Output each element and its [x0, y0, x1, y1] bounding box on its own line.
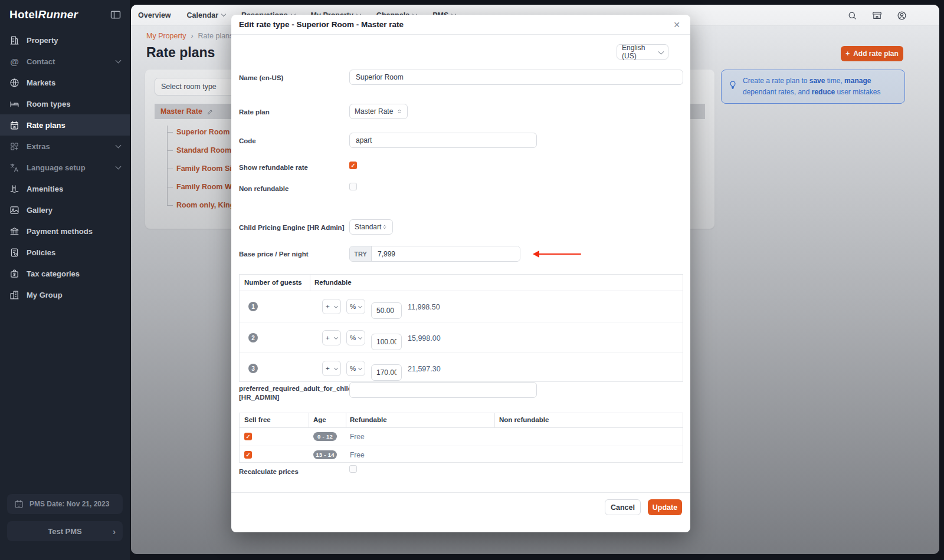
- operator-select[interactable]: +: [322, 299, 341, 314]
- nav-item-overview[interactable]: Overview: [138, 11, 171, 19]
- sidebar-item-amenities[interactable]: Amenities: [0, 178, 130, 199]
- age-badge: 0 - 12: [313, 432, 337, 441]
- rate-value-input[interactable]: [371, 302, 402, 319]
- unit-select[interactable]: %: [346, 330, 365, 345]
- test-pms-button[interactable]: Test PMS ›: [7, 521, 123, 541]
- cancel-button[interactable]: Cancel: [605, 499, 641, 515]
- base-price-input[interactable]: [372, 246, 520, 261]
- group-buildings-icon: [9, 290, 19, 300]
- sell-free-checkbox[interactable]: [244, 433, 252, 440]
- account-icon[interactable]: [897, 11, 907, 21]
- guest-row-3: 3 + % 21,597.30: [240, 353, 683, 383]
- children-pricing-table: Sell free Age Refundable Non refundable …: [239, 413, 683, 463]
- hotelrunner-logo: HotelRunner: [9, 8, 78, 21]
- show-refundable-checkbox[interactable]: [349, 162, 357, 169]
- child-pricing-engine-label: Child Pricing Engine [HR Admin]: [239, 223, 346, 232]
- edit-pencil-icon[interactable]: [206, 108, 214, 116]
- child-row-2: 13 - 14 Free: [240, 446, 683, 463]
- operator-select[interactable]: +: [322, 361, 341, 376]
- nav-item-calendar[interactable]: Calendar: [187, 11, 226, 19]
- base-price-label: Base price / Per night: [239, 250, 346, 259]
- code-label: Code: [239, 137, 346, 146]
- guest-count-badge: 1: [248, 302, 258, 311]
- refundable-price: Free: [350, 451, 365, 459]
- sidebar-item-payment-methods[interactable]: Payment methods: [0, 220, 130, 242]
- header-refundable: Refundable: [314, 279, 352, 286]
- base-price-group: TRY: [349, 246, 520, 262]
- sell-free-checkbox[interactable]: [244, 451, 252, 459]
- operator-select[interactable]: +: [322, 330, 341, 345]
- sidebar-item-room-types[interactable]: Room types: [0, 93, 130, 114]
- chevron-down-icon: [221, 11, 226, 16]
- sidebar-item-extras[interactable]: Extras: [0, 136, 130, 157]
- breadcrumb: My Property › Rate plans: [146, 32, 233, 40]
- search-icon[interactable]: [847, 11, 857, 21]
- gallery-icon: [9, 205, 19, 215]
- chevron-down-icon: [116, 58, 122, 64]
- pool-ladder-icon: [9, 184, 19, 194]
- computed-price: 15,998.00: [408, 334, 441, 342]
- divider: [310, 275, 310, 291]
- at-icon: @: [9, 57, 19, 67]
- age-badge: 13 - 14: [313, 450, 337, 459]
- divider: [494, 413, 495, 428]
- lightbulb-icon: [728, 80, 738, 90]
- edit-rate-type-modal: Edit rate type - Superior Room - Master …: [231, 15, 690, 532]
- tree-item-family-room-with[interactable]: Family Room With: [167, 181, 241, 193]
- sidebar-item-language-setup[interactable]: Language setup: [0, 157, 130, 178]
- tree-item-family-room-side[interactable]: Family Room Side: [167, 163, 240, 174]
- code-input[interactable]: [349, 133, 537, 148]
- unit-select[interactable]: %: [346, 361, 365, 376]
- refundable-price: Free: [350, 433, 365, 441]
- guests-pricing-table: Number of guests Refundable 1 + % 11,998…: [239, 274, 683, 382]
- recalculate-prices-label: Recalculate prices: [239, 467, 346, 476]
- sidebar-item-policies[interactable]: Policies: [0, 242, 130, 263]
- breadcrumb-my-property[interactable]: My Property: [146, 32, 186, 40]
- update-button[interactable]: Update: [648, 499, 682, 515]
- header-non-refundable: Non refundable: [499, 416, 549, 423]
- recalculate-prices-checkbox[interactable]: [349, 465, 357, 473]
- bed-icon: [9, 99, 19, 109]
- modal-title: Edit rate type - Superior Room - Master …: [239, 20, 404, 29]
- sidebar-collapse-icon[interactable]: [110, 9, 122, 21]
- master-rate-link[interactable]: Master Rate: [160, 107, 202, 116]
- child-row-1: 0 - 12 Free: [240, 428, 683, 446]
- store-icon[interactable]: [872, 11, 882, 21]
- unit-select[interactable]: %: [346, 299, 365, 314]
- divider: [346, 413, 346, 428]
- header-refundable: Refundable: [350, 416, 387, 423]
- divider: [231, 34, 690, 35]
- language-icon: [9, 163, 19, 173]
- guest-row-2: 2 + % 15,998.00: [240, 322, 683, 353]
- add-rate-plan-button[interactable]: + Add rate plan: [841, 46, 903, 61]
- tax-briefcase-icon: [9, 269, 19, 279]
- plus-icon: +: [845, 50, 850, 58]
- logo-row: HotelRunner: [9, 8, 122, 21]
- sidebar-item-my-group[interactable]: My Group: [0, 284, 130, 305]
- sidebar-item-rate-plans[interactable]: Rate plans: [0, 114, 130, 136]
- calendar-rate-icon: [9, 120, 19, 130]
- sidebar-item-property[interactable]: Property: [0, 29, 130, 51]
- rate-plan-select[interactable]: Master Rate: [349, 104, 408, 119]
- non-refundable-checkbox[interactable]: [349, 183, 357, 190]
- policy-document-icon: [9, 248, 19, 258]
- chevron-right-icon: ›: [113, 526, 116, 536]
- preferred-adult-input[interactable]: [349, 382, 537, 398]
- sidebar-item-contact[interactable]: @ Contact: [0, 51, 130, 72]
- close-icon[interactable]: ✕: [671, 19, 683, 31]
- rate-value-input[interactable]: [371, 364, 402, 381]
- guest-count-badge: 2: [248, 333, 258, 342]
- name-input[interactable]: [349, 70, 683, 85]
- page-title: Rate plans: [146, 45, 215, 61]
- child-pricing-engine-select[interactable]: Standart: [349, 219, 393, 235]
- chevron-down-icon: [116, 164, 122, 170]
- sidebar-item-gallery[interactable]: Gallery: [0, 199, 130, 220]
- name-label: Name (en-US): [239, 74, 346, 83]
- header-age: Age: [313, 416, 326, 423]
- currency-prefix: TRY: [350, 246, 372, 261]
- rate-value-input[interactable]: [371, 334, 402, 350]
- sidebar-item-tax-categories[interactable]: Tax categories: [0, 263, 130, 284]
- sidebar-item-markets[interactable]: Markets: [0, 72, 130, 93]
- header-sell-free: Sell free: [244, 416, 271, 423]
- language-select[interactable]: English (US): [617, 44, 668, 60]
